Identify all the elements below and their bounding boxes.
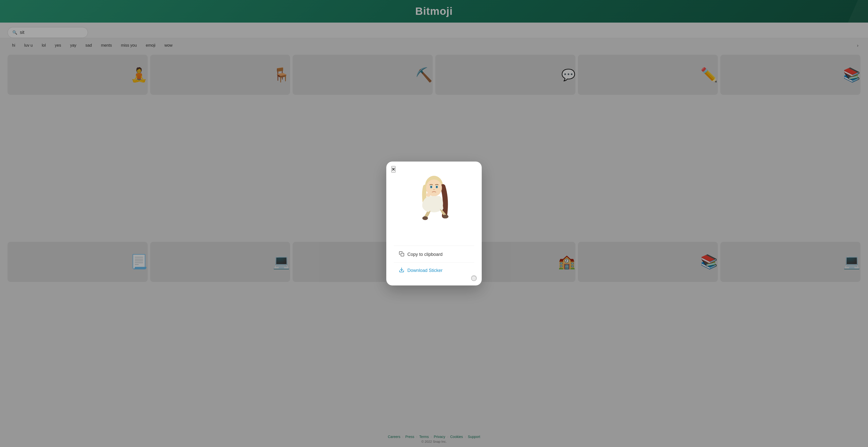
modal-close-button[interactable]: × [391,166,396,173]
svg-rect-9 [401,253,404,256]
copy-to-clipboard-button[interactable]: Copy to clipboard [394,247,474,262]
svg-point-7 [443,215,448,218]
download-button-label: Download Sticker [407,268,442,273]
svg-point-8 [426,193,431,197]
sticker-modal: × [386,162,482,285]
download-sticker-button[interactable]: Download Sticker [394,263,474,278]
svg-point-6 [423,216,428,220]
info-icon-container: ⓘ [471,275,477,281]
info-icon[interactable]: ⓘ [471,275,477,281]
bitmoji-character-svg [409,172,459,237]
modal-sticker-preview [394,169,474,239]
modal-overlay[interactable]: × [0,0,868,447]
download-icon [399,267,404,274]
svg-point-4 [431,186,432,188]
copy-button-label: Copy to clipboard [407,252,442,257]
svg-point-5 [436,186,437,188]
copy-icon [399,251,404,258]
